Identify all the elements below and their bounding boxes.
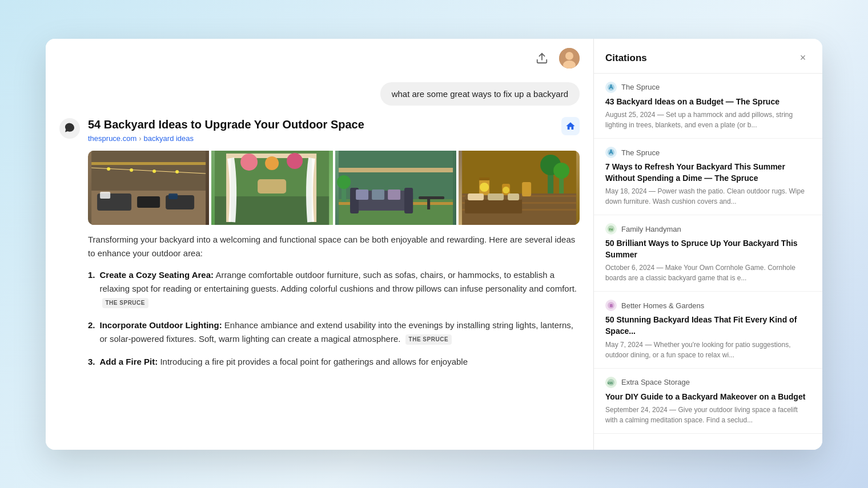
svg-rect-34 [356, 189, 368, 200]
breadcrumb: thespruce.com › backyard ideas [88, 134, 553, 143]
list-term-2: Incorporate Outdoor Lighting: [100, 320, 222, 330]
list-num-3: 3. [88, 355, 95, 369]
source-name-3: Family Handyman [621, 225, 681, 233]
citation-tag-2[interactable]: THE SPRUCE [405, 334, 452, 345]
citation-snippet-2: May 18, 2024 — Power wash the patio. Cle… [605, 186, 811, 207]
svg-rect-9 [137, 196, 160, 208]
citation-tag-1[interactable]: THE SPRUCE [102, 298, 148, 308]
response-area: 54 Backyard Ideas to Upgrade Your Outdoo… [46, 117, 593, 389]
list-item-3: 3. Add a Fire Pit: Introducing a fire pi… [88, 355, 580, 369]
citation-item-4[interactable]: B Better Homes & Gardens 50 Stunning Bac… [594, 292, 822, 368]
citation-item-5[interactable]: ESS Extra Space Storage Your DIY Guide t… [594, 369, 822, 434]
response-intro: Transforming your backyard into a welcom… [88, 233, 580, 260]
svg-rect-26 [258, 179, 286, 193]
home-icon-button[interactable] [561, 117, 580, 135]
backyard-images-grid [88, 151, 580, 225]
backyard-image-4 [459, 151, 580, 225]
svg-rect-36 [388, 189, 400, 200]
citation-title-4: 50 Stunning Backyard Ideas That Fit Ever… [605, 314, 811, 337]
svg-point-49 [553, 163, 569, 179]
citation-item-2[interactable]: The Spruce 7 Ways to Refresh Your Backya… [594, 139, 822, 215]
citations-title: Citations [605, 53, 647, 64]
backyard-image-1 [88, 151, 209, 225]
svg-point-54 [503, 187, 509, 193]
svg-rect-33 [404, 188, 413, 213]
source-favicon-2 [605, 147, 617, 158]
svg-point-24 [287, 153, 303, 169]
list-item-1: 1. Create a Cozy Seating Area: Arrange c… [88, 268, 580, 309]
list-body-3: Add a Fire Pit: Introducing a fire pit p… [100, 355, 580, 369]
list-num-2: 2. [88, 318, 95, 346]
user-message-row: what are some great ways to fix up a bac… [46, 78, 593, 117]
backyard-image-3 [335, 151, 456, 225]
svg-point-12 [107, 167, 110, 171]
svg-rect-60 [508, 193, 519, 200]
list-body-2: Incorporate Outdoor Lighting: Enhance am… [100, 318, 580, 346]
list-text-3: Introducing a fire pit provides a focal … [160, 357, 468, 366]
citation-snippet-4: May 7, 2024 — Whether you're looking for… [605, 340, 811, 360]
citation-source-row-3: FH Family Handyman [605, 223, 811, 235]
response-header: 54 Backyard Ideas to Upgrade Your Outdoo… [59, 117, 580, 143]
svg-point-25 [265, 156, 279, 170]
citations-header: Citations × [594, 39, 822, 74]
svg-point-13 [130, 168, 133, 172]
source-name-2: The Spruce [621, 148, 660, 157]
svg-text:ESS: ESS [608, 382, 613, 385]
svg-point-40 [337, 175, 351, 189]
user-message-bubble: what are some great ways to fix up a bac… [380, 82, 580, 106]
svg-point-52 [480, 183, 489, 192]
citation-item-3[interactable]: FH Family Handyman 50 Brilliant Ways to … [594, 215, 822, 292]
citations-list: The Spruce 43 Backyard Ideas on a Budget… [594, 74, 822, 434]
citation-title-5: Your DIY Guide to a Backyard Makeover on… [605, 392, 811, 403]
citation-source-row-2: The Spruce [605, 147, 811, 158]
citation-source-row-4: B Better Homes & Gardens [605, 300, 811, 311]
svg-rect-16 [100, 192, 110, 199]
source-name-1: The Spruce [621, 83, 660, 91]
list-num-1: 1. [88, 268, 95, 309]
upload-button[interactable] [532, 48, 552, 68]
breadcrumb-separator: › [139, 134, 141, 143]
response-title-block: 54 Backyard Ideas to Upgrade Your Outdoo… [88, 117, 553, 143]
svg-text:FH: FH [609, 228, 613, 231]
app-window: what are some great ways to fix up a bac… [46, 39, 822, 450]
citations-panel: Citations × The Spruce 4 [594, 39, 822, 450]
close-citations-button[interactable]: × [795, 50, 811, 66]
openai-logo-icon [59, 118, 80, 139]
svg-rect-59 [488, 193, 504, 200]
citation-snippet-1: August 25, 2024 — Set up a hammock and a… [605, 110, 811, 130]
avatar [559, 48, 580, 68]
breadcrumb-domain[interactable]: thespruce.com [88, 134, 136, 143]
svg-rect-51 [479, 178, 489, 180]
svg-point-23 [240, 154, 258, 171]
svg-point-15 [175, 170, 179, 174]
response-content: Transforming your backyard into a welcom… [88, 233, 580, 369]
user-message-text: what are some great ways to fix up a bac… [392, 89, 568, 99]
source-favicon-3: FH [605, 223, 617, 235]
citation-title-1: 43 Backyard Ideas on a Budget — The Spru… [605, 96, 811, 108]
svg-point-14 [152, 170, 156, 173]
svg-rect-29 [339, 168, 453, 172]
citation-source-row-1: The Spruce [605, 82, 811, 93]
response-title: 54 Backyard Ideas to Upgrade Your Outdoo… [88, 117, 553, 132]
svg-text:B: B [610, 304, 613, 308]
list-body-1: Create a Cozy Seating Area: Arrange comf… [100, 268, 580, 309]
svg-point-2 [565, 52, 573, 60]
source-name-4: Better Homes & Gardens [621, 301, 704, 310]
citation-snippet-5: September 24, 2024 — Give your outdoor l… [605, 405, 811, 425]
citation-title-2: 7 Ways to Refresh Your Backyard This Sum… [605, 162, 811, 184]
list-term-1: Create a Cozy Seating Area: [100, 270, 214, 280]
citation-title-3: 50 Brilliant Ways to Spruce Up Your Back… [605, 238, 811, 260]
source-name-5: Extra Space Storage [621, 378, 690, 386]
breadcrumb-page[interactable]: backyard ideas [144, 134, 194, 143]
source-favicon-4: B [605, 300, 617, 311]
svg-rect-7 [91, 162, 206, 165]
svg-rect-37 [419, 196, 444, 199]
backyard-image-2 [211, 151, 332, 225]
source-favicon-1 [605, 82, 617, 93]
svg-rect-35 [372, 189, 384, 200]
svg-rect-38 [427, 199, 430, 209]
main-chat-area: what are some great ways to fix up a bac… [46, 39, 593, 450]
citation-snippet-3: October 6, 2024 — Make Your Own Cornhole… [605, 263, 811, 283]
list-item-2: 2. Incorporate Outdoor Lighting: Enhance… [88, 318, 580, 346]
citation-item-1[interactable]: The Spruce 43 Backyard Ideas on a Budget… [594, 74, 822, 139]
